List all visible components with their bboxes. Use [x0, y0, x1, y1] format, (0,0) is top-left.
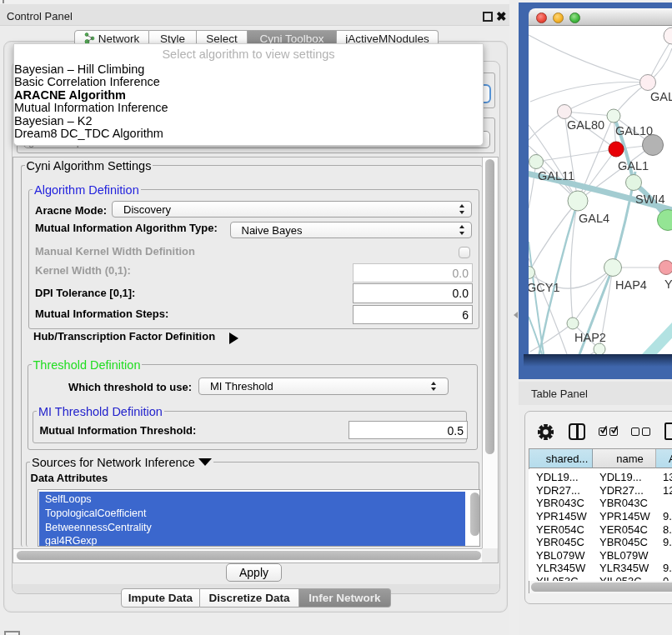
- svg-text:HAP4: HAP4: [615, 278, 647, 292]
- svg-text:GAL4: GAL4: [579, 212, 609, 225]
- svg-text:GAL80: GAL80: [567, 118, 604, 132]
- svg-text:GCY1: GCY1: [529, 281, 560, 294]
- svg-text:Y: Y: [664, 278, 672, 291]
- svg-text:GAL1: GAL1: [618, 159, 649, 172]
- svg-text:GAL11: GAL11: [538, 169, 574, 182]
- svg-text:HAP2: HAP2: [574, 331, 606, 344]
- svg-text:GAL10: GAL10: [615, 124, 653, 138]
- svg-text:SWI4: SWI4: [635, 192, 664, 206]
- svg-text:GAL: GAL: [650, 90, 672, 103]
